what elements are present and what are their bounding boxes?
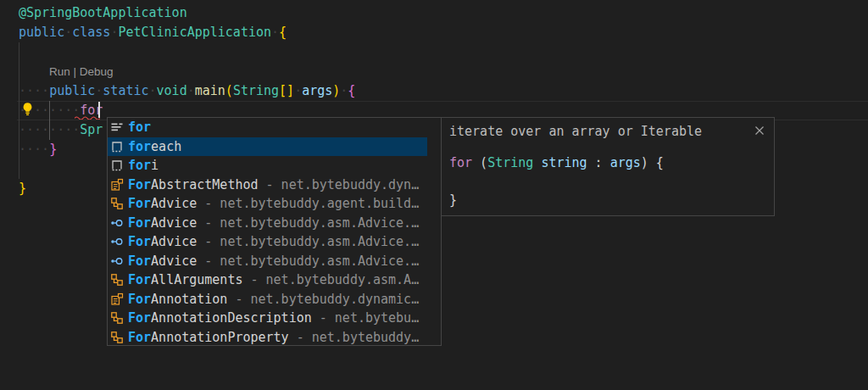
- suggestion-label-text: Advice: [151, 215, 197, 231]
- code-token: class: [72, 25, 110, 40]
- suggestion-detail-text: - net.bytebuddy.asm.Advice.…: [197, 254, 419, 269]
- code-token: ·: [271, 25, 279, 40]
- suggestion-label-text: i: [151, 158, 159, 173]
- code-token: {: [348, 83, 355, 98]
- code-token: args: [302, 83, 332, 98]
- suggestion-match-text: For: [128, 330, 151, 345]
- suggestion-label-text: Advice: [151, 196, 197, 211]
- code-token: Spr: [80, 122, 103, 137]
- suggestion-label-text: Annotation: [151, 292, 227, 307]
- code-token: []: [279, 83, 294, 98]
- suggestion-match-text: For: [128, 215, 151, 231]
- code-token: :: [587, 155, 610, 170]
- suggestion-match-text: For: [128, 272, 151, 287]
- suggestion-detail-text: - net.bytebuddy.asm.Advice.…: [197, 234, 419, 249]
- code-token: string: [541, 155, 587, 170]
- close-icon[interactable]: [754, 124, 765, 136]
- interface-icon: [110, 216, 124, 230]
- code-token: }: [49, 142, 57, 157]
- suggestion-match-text: For: [128, 292, 151, 307]
- suggestion-item[interactable]: ForAbstractMethod - net.bytebuddy.dyn…: [108, 176, 427, 195]
- docs-code-line: }: [449, 191, 457, 209]
- suggestion-item[interactable]: for: [108, 118, 427, 137]
- suggestion-match-text: For: [128, 310, 151, 326]
- code-token: public: [49, 83, 95, 98]
- error-squiggle: [75, 115, 100, 120]
- class-icon: [110, 273, 124, 287]
- suggestion-item[interactable]: foreach: [108, 137, 427, 157]
- suggestion-item[interactable]: ForAdvice - net.bytebuddy.asm.Advice.…: [108, 214, 427, 233]
- code-token: ········: [19, 122, 80, 137]
- interface-icon: [110, 235, 124, 248]
- docs-code-line: for (String string : args) {: [449, 153, 664, 172]
- code-token: {: [279, 25, 287, 40]
- snippet-icon: [110, 140, 124, 153]
- suggestion-detail-text: - net.bytebuddy.dynamic…: [227, 292, 419, 307]
- code-token: ····: [19, 83, 49, 98]
- suggestion-item[interactable]: ForAnnotationDescription - net.bytebu…: [108, 309, 427, 328]
- code-token: ·: [64, 25, 72, 40]
- code-token: String: [233, 83, 279, 98]
- code-token: }: [449, 192, 457, 208]
- code-token: ·: [340, 83, 348, 98]
- suggest-docs-panel: iterate over an array or Iterable for (S…: [441, 117, 775, 216]
- code-line: ····public·static·void·main(String[]·arg…: [19, 81, 355, 101]
- scrollbar-gutter[interactable]: [426, 118, 441, 345]
- code-line: ········Spr: [19, 120, 103, 140]
- suggestion-item[interactable]: ForAdvice - net.bytebuddy.agent.build…: [108, 194, 427, 214]
- code-token: ) {: [641, 155, 664, 170]
- suggestion-match-text: For: [128, 177, 151, 192]
- code-token: String: [487, 155, 533, 170]
- suggestion-item[interactable]: ForAnnotationProperty - net.bytebuddy…: [108, 328, 427, 348]
- code-token: ): [332, 83, 340, 98]
- suggest-list: forforeachforiForAbstractMethod - net.by…: [108, 118, 441, 347]
- keyword-icon: [110, 120, 124, 134]
- codelens-separator: |: [70, 65, 80, 78]
- suggestion-match-text: For: [128, 196, 151, 211]
- suggestion-label-text: Advice: [151, 254, 197, 269]
- lightbulb-icon[interactable]: [20, 102, 35, 116]
- code-token: (: [225, 83, 233, 98]
- suggestion-label-text: each: [151, 139, 181, 154]
- codelens-run-link[interactable]: Run: [49, 65, 70, 78]
- code-line: }: [19, 179, 26, 198]
- text-cursor: [98, 102, 100, 118]
- suggest-widget: forforeachforiForAbstractMethod - net.by…: [107, 117, 442, 346]
- code-line: @SpringBootApplication: [19, 3, 187, 23]
- class-icon: [110, 311, 124, 325]
- suggestion-label-text: AnnotationDescription: [151, 310, 312, 326]
- suggestion-label-text: AbstractMethod: [151, 177, 258, 192]
- suggestion-detail-text: - net.bytebu…: [312, 310, 419, 326]
- code-token: @SpringBootApplication: [19, 5, 187, 20]
- suggestion-item[interactable]: ForAllArguments - net.bytebuddy.asm.A…: [108, 270, 427, 290]
- suggestion-match-text: For: [128, 234, 151, 249]
- code-token: ····: [19, 142, 49, 157]
- suggestion-item[interactable]: fori: [108, 156, 427, 176]
- code-token: ·: [187, 83, 195, 98]
- suggestion-item[interactable]: ForAnnotation - net.bytebuddy.dynamic…: [108, 290, 427, 309]
- suggestion-match-text: for: [128, 120, 151, 135]
- code-token: for: [449, 155, 472, 170]
- code-token: ·: [149, 83, 157, 98]
- suggestion-item[interactable]: ForAdvice - net.bytebuddy.asm.Advice.…: [108, 252, 427, 271]
- code-token: void: [157, 83, 187, 98]
- code-token: PetClinicApplication: [118, 25, 271, 40]
- codelens-debug-link[interactable]: Debug: [80, 65, 114, 78]
- suggestion-match-text: for: [128, 158, 151, 173]
- suggestion-detail-text: - net.bytebuddy…: [289, 330, 420, 345]
- suggestion-detail-text: - net.bytebuddy.dyn…: [259, 177, 420, 192]
- class-icon: [110, 331, 124, 344]
- code-token: static: [103, 83, 148, 98]
- class-icon: [110, 197, 124, 210]
- interface-icon: [110, 254, 124, 268]
- code-token: args: [610, 155, 641, 170]
- suggestion-detail-text: - net.bytebuddy.asm.A…: [242, 272, 419, 287]
- code-token: main: [195, 83, 225, 98]
- code-line: ····}: [19, 140, 57, 159]
- suggestion-label-text: AnnotationProperty: [151, 330, 289, 345]
- suggestion-label-text: AllArguments: [151, 272, 242, 287]
- suggestion-match-text: For: [128, 254, 151, 269]
- suggestion-label-text: Advice: [151, 234, 197, 249]
- suggestion-item[interactable]: ForAdvice - net.bytebuddy.asm.Advice.…: [108, 232, 427, 252]
- suggestion-match-text: for: [128, 139, 151, 154]
